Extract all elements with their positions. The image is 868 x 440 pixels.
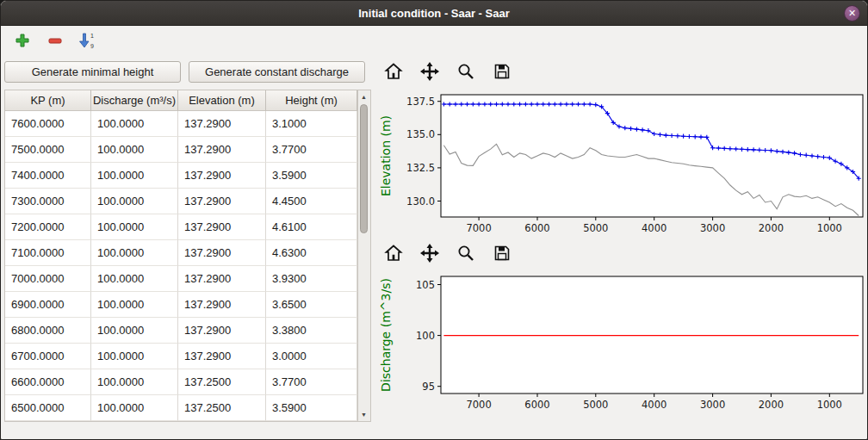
svg-text:100: 100	[416, 330, 435, 342]
titlebar[interactable]: Initial condition - Saar - Saar ✕	[1, 1, 867, 26]
remove-row-button[interactable]	[44, 31, 66, 53]
table-cell[interactable]: 100.0000	[91, 369, 178, 395]
table-cell[interactable]: 137.2900	[178, 240, 266, 266]
table-cell[interactable]: 137.2900	[178, 214, 266, 240]
table-cell[interactable]: 7500.0000	[5, 137, 91, 163]
table-cell[interactable]: 137.2500	[178, 395, 266, 421]
app-window: Initial condition - Saar - Saar ✕ 1 9	[0, 0, 868, 440]
table-cell[interactable]: 4.4500	[266, 189, 357, 214]
table-cell[interactable]: 3.7700	[266, 137, 357, 163]
generate-constant-discharge-button[interactable]: Generate constant discharge	[189, 61, 365, 83]
table-cell[interactable]: 6500.0000	[5, 395, 91, 421]
elevation-home-button[interactable]	[381, 60, 406, 85]
table-cell[interactable]: 4.6300	[266, 240, 357, 266]
table-cell[interactable]: 100.0000	[91, 111, 178, 137]
table-cell[interactable]: 3.3800	[266, 318, 357, 344]
sort-button[interactable]: 1 9	[77, 31, 99, 53]
table-scrollbar[interactable]: ▲ ▼	[358, 90, 371, 422]
svg-text:6000: 6000	[524, 399, 549, 411]
initial-condition-table: KP (m)Discharge (m³/s)Elevation (m)Heigh…	[4, 90, 358, 422]
table-row: 7300.0000100.0000137.29004.4500	[5, 189, 357, 214]
table-cell[interactable]: 6600.0000	[5, 369, 91, 395]
svg-text:3000: 3000	[700, 399, 725, 411]
discharge-zoom-button[interactable]	[453, 242, 478, 267]
table-cell[interactable]: 3.7700	[266, 369, 357, 395]
generate-minimal-height-button[interactable]: Generate minimal height	[4, 61, 181, 83]
table-row: 7500.0000100.0000137.29003.7700	[5, 137, 357, 163]
table-row: 7400.0000100.0000137.29003.5900	[5, 163, 357, 189]
table-cell[interactable]: 137.2900	[178, 111, 266, 137]
table-cell[interactable]: 137.2500	[178, 369, 266, 395]
table-cell[interactable]: 6900.0000	[5, 292, 91, 318]
scroll-down-arrow-icon[interactable]: ▼	[358, 409, 369, 420]
discharge-pan-button[interactable]	[417, 242, 442, 267]
scrollbar-thumb[interactable]	[360, 104, 368, 233]
table-cell[interactable]: 3.1000	[266, 111, 357, 137]
table-cell[interactable]: 100.0000	[91, 292, 178, 318]
table-cell[interactable]: 137.2900	[178, 292, 266, 318]
table-cell[interactable]: 3.5900	[266, 163, 357, 189]
table-row: 6600.0000100.0000137.25003.7700	[5, 369, 357, 395]
svg-text:4000: 4000	[642, 399, 666, 411]
table-cell[interactable]: 7000.0000	[5, 266, 91, 292]
table-cell[interactable]: 6700.0000	[5, 344, 91, 369]
table-cell[interactable]: 100.0000	[91, 163, 178, 189]
table-cell[interactable]: 6800.0000	[5, 318, 91, 344]
table-cell[interactable]: 100.0000	[91, 266, 178, 292]
svg-text:6000: 6000	[524, 222, 549, 234]
table-cell[interactable]: 7600.0000	[5, 111, 91, 137]
discharge-plot[interactable]: 700060005000400030002000100095100105Disc…	[377, 270, 866, 416]
table-row: 6700.0000100.0000137.29003.0000	[5, 344, 357, 369]
zoom-icon	[456, 61, 476, 84]
pan-icon	[419, 61, 440, 84]
table-cell[interactable]: 100.0000	[91, 240, 178, 266]
sort-ascending-icon: 1 9	[79, 32, 96, 52]
table-row: 6900.0000100.0000137.29003.6500	[5, 292, 357, 318]
svg-text:7000: 7000	[466, 399, 491, 411]
table-cell[interactable]: 100.0000	[91, 318, 178, 344]
table-cell[interactable]: 7200.0000	[5, 214, 91, 240]
column-header[interactable]: Discharge (m³/s)	[91, 90, 178, 111]
table-cell[interactable]: 137.2900	[178, 189, 266, 214]
column-header[interactable]: Height (m)	[266, 90, 357, 111]
table-cell[interactable]: 137.2900	[178, 344, 266, 369]
scroll-up-arrow-icon[interactable]: ▲	[358, 91, 369, 102]
pan-icon	[419, 243, 440, 266]
column-header[interactable]: KP (m)	[5, 90, 91, 111]
svg-text:1000: 1000	[817, 399, 842, 411]
table-cell[interactable]: 7100.0000	[5, 240, 91, 266]
svg-text:Discharge (m^3/s): Discharge (m^3/s)	[379, 278, 393, 392]
table-cell[interactable]: 137.2900	[178, 266, 266, 292]
table-cell[interactable]: 137.2900	[178, 318, 266, 344]
elevation-save-button[interactable]	[489, 60, 514, 85]
table-cell[interactable]: 100.0000	[91, 214, 178, 240]
elevation-pan-button[interactable]	[417, 60, 442, 85]
table-cell[interactable]: 7400.0000	[5, 163, 91, 189]
column-header[interactable]: Elevation (m)	[178, 90, 266, 111]
discharge-home-button[interactable]	[381, 242, 406, 267]
table-cell[interactable]: 100.0000	[91, 137, 178, 163]
table-cell[interactable]: 7300.0000	[5, 189, 91, 214]
left-panel: Generate minimal height Generate constan…	[1, 58, 371, 439]
table-cell[interactable]: 100.0000	[91, 395, 178, 421]
table-cell[interactable]: 3.6500	[266, 292, 357, 318]
table-cell[interactable]: 100.0000	[91, 189, 178, 214]
table-cell[interactable]: 3.0000	[266, 344, 357, 369]
svg-text:1: 1	[90, 33, 94, 39]
table-cell[interactable]: 137.2900	[178, 163, 266, 189]
table-cell[interactable]: 100.0000	[91, 344, 178, 369]
add-row-button[interactable]	[11, 31, 34, 53]
table-row: 7000.0000100.0000137.29003.9300	[5, 266, 357, 292]
elevation-plot[interactable]: 7000600050004000300020001000130.0132.513…	[377, 88, 866, 239]
home-icon	[383, 61, 404, 84]
table-cell[interactable]: 4.6100	[266, 214, 357, 240]
right-panel: 7000600050004000300020001000130.0132.513…	[371, 58, 867, 439]
table-cell[interactable]: 3.5900	[266, 395, 357, 421]
elevation-zoom-button[interactable]	[453, 60, 478, 85]
discharge-save-button[interactable]	[489, 242, 514, 267]
close-button[interactable]: ✕	[844, 5, 860, 22]
table-cell[interactable]: 137.2900	[178, 137, 266, 163]
svg-text:95: 95	[422, 381, 435, 393]
table-cell[interactable]: 3.9300	[266, 266, 357, 292]
table-header-row: KP (m)Discharge (m³/s)Elevation (m)Heigh…	[5, 90, 357, 111]
